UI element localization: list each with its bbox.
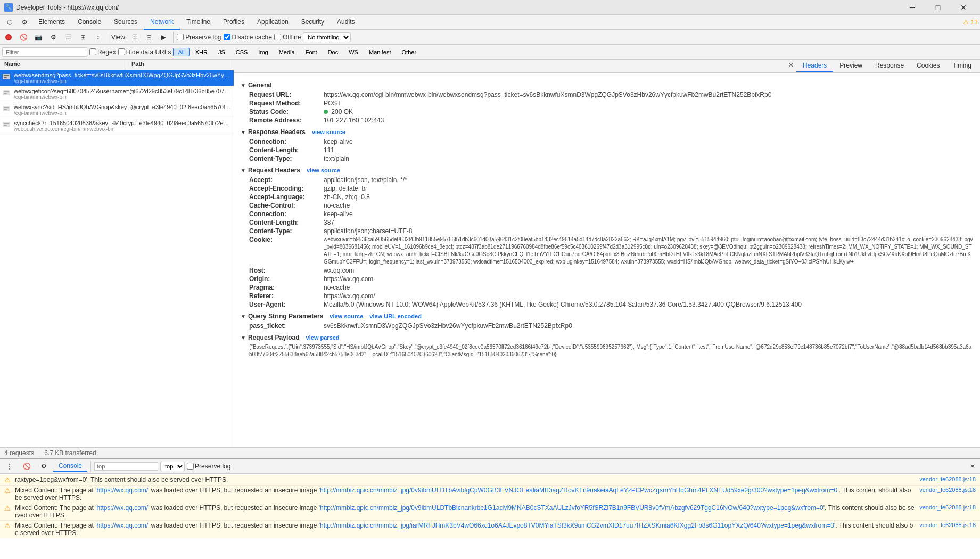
preserve-log-checkbox[interactable] bbox=[177, 34, 184, 40]
wx-link[interactable]: https://wx.qq.com/ bbox=[97, 487, 149, 494]
console-toolbar: ⋮ 🚫 ⚙ Console top Preserve log ✕ bbox=[0, 459, 980, 474]
regex-checkbox[interactable] bbox=[89, 48, 96, 55]
table-row[interactable]: webwxgeticon?seq=680704524&username=@672… bbox=[0, 86, 234, 102]
img-link[interactable]: http://mmbiz.qpic.cn/mmbiz_jpg/0v9ibmULD… bbox=[320, 487, 837, 494]
general-title: General bbox=[248, 81, 272, 89]
record-button[interactable] bbox=[2, 31, 15, 44]
request-icon bbox=[2, 72, 11, 81]
filter-js[interactable]: JS bbox=[213, 48, 230, 56]
offline-checkbox[interactable] bbox=[274, 34, 281, 40]
filter-input[interactable] bbox=[2, 47, 87, 57]
wx-link[interactable]: https://wx.qq.com/ bbox=[97, 504, 149, 512]
tab-preview[interactable]: Preview bbox=[833, 60, 869, 72]
requests-list: webwxsendmsg?pass_ticket=sv6sBkknwfuXsmn… bbox=[0, 70, 234, 447]
disable-cache-checkbox[interactable] bbox=[224, 34, 230, 40]
filter-css[interactable]: CSS bbox=[231, 48, 253, 56]
console-source-2[interactable]: vendor_fe62088.js:18 bbox=[919, 504, 976, 511]
tab-security[interactable]: Security bbox=[295, 15, 331, 30]
tab-headers[interactable]: Headers bbox=[796, 60, 833, 72]
filter-all[interactable]: All bbox=[173, 48, 189, 56]
img-link[interactable]: http://mmbiz.qpic.cn/mmbiz_jpg/iarMRFJHm… bbox=[320, 522, 834, 529]
filter-other[interactable]: Other bbox=[397, 48, 422, 56]
clear-button[interactable]: 🚫 bbox=[17, 31, 30, 44]
console-menu-icon[interactable]: ⋮ bbox=[2, 459, 17, 474]
filter-ws[interactable]: WS bbox=[344, 48, 363, 56]
view-icons-button[interactable]: ☰ bbox=[62, 31, 75, 44]
console-close-btn[interactable]: ✕ bbox=[967, 461, 978, 472]
req-accept-encoding-label: Accept-Encoding: bbox=[249, 185, 324, 192]
view-grid-button[interactable]: ⊞ bbox=[77, 31, 89, 44]
console-preserve-text: Preserve log bbox=[195, 463, 230, 470]
request-content: webwxgeticon?seq=680704524&username=@672… bbox=[14, 88, 232, 100]
tab-profiles[interactable]: Profiles bbox=[217, 15, 251, 30]
filter-manifest[interactable]: Manifest bbox=[364, 48, 396, 56]
response-view-source[interactable]: view source bbox=[312, 129, 345, 135]
filter-img[interactable]: Img bbox=[253, 48, 273, 56]
table-row[interactable]: webwxsync?sid=HS/imblJQbAVGnop&skey=@cry… bbox=[0, 102, 234, 118]
query-params-title[interactable]: Query String Parameters view source view… bbox=[241, 313, 974, 320]
request-payload-title[interactable]: Request Payload view parsed bbox=[241, 334, 974, 341]
request-view-source[interactable]: view source bbox=[307, 167, 340, 174]
console-clear-icon[interactable]: 🚫 bbox=[19, 459, 34, 474]
minimize-button[interactable]: ─ bbox=[900, 0, 925, 15]
console-filter-input[interactable] bbox=[94, 462, 158, 471]
throttle-select[interactable]: No throttling Slow 3G Fast 3G bbox=[303, 32, 351, 42]
wx-link[interactable]: https://wx.qq.com/ bbox=[97, 522, 149, 529]
response-headers-title[interactable]: Response Headers view source bbox=[241, 128, 974, 136]
table-row[interactable]: webwxsendmsg?pass_ticket=sv6sBkknwfuXsmn… bbox=[0, 70, 234, 86]
query-view-url-encoded[interactable]: view URL encoded bbox=[369, 313, 422, 319]
tab-elements[interactable]: Elements bbox=[32, 15, 71, 30]
req-referer-value: https://wx.qq.com/ bbox=[324, 292, 375, 300]
tab-audits[interactable]: Audits bbox=[331, 15, 361, 30]
console-context-select[interactable]: top bbox=[160, 462, 185, 471]
close-details-button[interactable]: ✕ bbox=[786, 60, 796, 70]
console-source-1[interactable]: vendor_fe62088.js:18 bbox=[919, 487, 976, 493]
hide-data-urls-checkbox[interactable] bbox=[118, 48, 125, 55]
request-headers-title[interactable]: Request Headers view source bbox=[241, 167, 974, 174]
screenshot-button[interactable]: 📷 bbox=[32, 31, 45, 44]
tab-sources[interactable]: Sources bbox=[108, 15, 144, 30]
tab-console[interactable]: Console bbox=[71, 15, 108, 30]
query-view-source[interactable]: view source bbox=[330, 313, 363, 319]
table-row[interactable]: synccheck?r=1516504020538&skey=%40crypt_… bbox=[0, 118, 234, 134]
payload-view-parsed[interactable]: view parsed bbox=[306, 334, 340, 341]
tab-response[interactable]: Response bbox=[869, 60, 910, 72]
console-source-0[interactable]: vendor_fe62088.js:18 bbox=[919, 476, 976, 482]
close-button[interactable]: ✕ bbox=[951, 0, 976, 15]
filter-doc[interactable]: Doc bbox=[323, 48, 343, 56]
view-list-button[interactable]: ☰ bbox=[128, 31, 141, 44]
pass-ticket-row: pass_ticket: sv6sBkknwfuXsmnD3WpgZQGJpSV… bbox=[249, 322, 974, 330]
filter-media[interactable]: Media bbox=[274, 48, 300, 56]
hide-data-urls-text: Hide data URLs bbox=[126, 48, 171, 56]
console-tab-console[interactable]: Console bbox=[53, 461, 87, 472]
console-preserve-label[interactable]: Preserve log bbox=[187, 463, 230, 470]
view-button[interactable]: ↕ bbox=[92, 31, 104, 44]
preserve-log-label[interactable]: Preserve log bbox=[177, 34, 221, 41]
dock-icon[interactable]: ⬡ bbox=[2, 15, 17, 30]
filter-toggle-button[interactable]: ⚙ bbox=[47, 31, 60, 44]
console-source-3[interactable]: vendor_fe62088.js:18 bbox=[919, 522, 976, 528]
disable-cache-label[interactable]: Disable cache bbox=[224, 34, 272, 41]
payload-value: {"BaseRequest":{"Uin":373973555,"Sid":"H… bbox=[249, 343, 974, 358]
tab-network[interactable]: Network bbox=[144, 15, 180, 30]
offline-label[interactable]: Offline bbox=[274, 34, 301, 41]
view-large-button[interactable]: ⊟ bbox=[143, 31, 155, 44]
settings-icon[interactable]: ⚙ bbox=[17, 15, 32, 30]
warning-icon: ⚠ bbox=[4, 487, 11, 495]
tab-timing[interactable]: Timing bbox=[946, 60, 978, 72]
console-filter-icon[interactable]: ⚙ bbox=[36, 459, 51, 474]
tab-application[interactable]: Application bbox=[251, 15, 295, 30]
status-code-label: Status Code: bbox=[249, 108, 324, 116]
view-filmstrip-button[interactable]: ▶ bbox=[157, 31, 170, 44]
tab-timeline[interactable]: Timeline bbox=[180, 15, 217, 30]
console-preserve-checkbox[interactable] bbox=[187, 463, 194, 470]
filter-xhr[interactable]: XHR bbox=[191, 48, 212, 56]
maximize-button[interactable]: □ bbox=[926, 0, 950, 15]
regex-label[interactable]: Regex bbox=[89, 48, 116, 56]
filter-font[interactable]: Font bbox=[301, 48, 322, 56]
general-section-title[interactable]: General bbox=[241, 81, 974, 89]
tab-cookies[interactable]: Cookies bbox=[910, 60, 946, 72]
img-link[interactable]: http://mmbiz.qpic.cn/mmbiz_jpg/0v9ibmULD… bbox=[320, 504, 823, 512]
res-content-length-row: Content-Length: 111 bbox=[249, 146, 974, 154]
hide-data-urls-label[interactable]: Hide data URLs bbox=[118, 48, 171, 56]
